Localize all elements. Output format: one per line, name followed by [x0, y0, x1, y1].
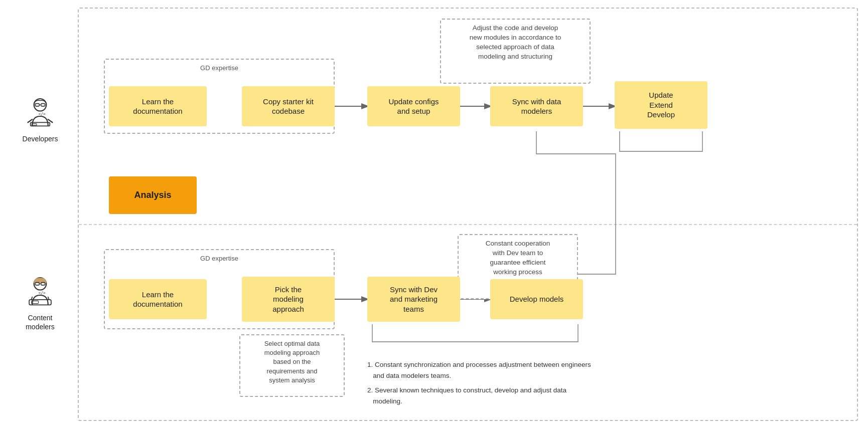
notes-section: 1. Constant synchronization and processe… [367, 359, 718, 406]
svg-rect-9 [41, 283, 45, 285]
lane-divider [79, 224, 857, 225]
dev-learn-box: Learn thedocumentation [109, 86, 207, 126]
role-developers: </> Developers [23, 95, 58, 143]
mod-learn-box: Learn thedocumentation [109, 279, 207, 319]
pick-modeling-annotation: Select optimal datamodeling approachbase… [239, 334, 345, 397]
svg-rect-1 [35, 104, 39, 106]
mod-sync-box: Sync with Devand marketingteams [367, 277, 460, 322]
loop-arrow-svg [615, 129, 707, 159]
mod-develop-text: Develop models [510, 294, 564, 304]
note-2: 2. Several known techniques to construct… [367, 385, 718, 406]
modeler-label: Contentmodelers [26, 313, 55, 331]
dev-update-configs-text: Update configsand setup [388, 97, 439, 116]
mod-develop-box: Develop models [490, 279, 583, 319]
dev-sync-text: Sync with datamodelers [512, 97, 561, 116]
adjust-code-text: Adjust the code and developnew modules i… [470, 24, 561, 60]
dev-extend-box: UpdateExtendDevelop [615, 81, 707, 129]
gd-expertise-dev-label: GD expertise [200, 64, 238, 72]
analysis-text: Analysis [134, 189, 171, 201]
modeler-loop-svg [367, 322, 583, 347]
dev-extend-text: UpdateExtendDevelop [647, 90, 675, 120]
mod-learn-text: Learn thedocumentation [133, 290, 182, 309]
roles-panel: </> Developers [0, 0, 80, 427]
role-modelers: </> Contentmodelers [23, 274, 58, 331]
dev-update-configs-box: Update configsand setup [367, 86, 460, 126]
mod-pick-box: Pick themodelingapproach [242, 277, 335, 322]
analysis-box: Analysis [109, 176, 197, 214]
mod-sync-text: Sync with Devand marketingteams [390, 285, 438, 314]
dev-sync-box: Sync with datamodelers [490, 86, 583, 126]
svg-rect-8 [35, 283, 39, 285]
main-area: GD expertise Adjust the code and develop… [78, 8, 858, 421]
svg-text:</>: </> [39, 291, 46, 296]
developer-icon: </> [23, 95, 58, 130]
modeler-icon: </> [23, 274, 58, 309]
cooperation-text: Constant cooperationwith Dev team toguar… [486, 240, 550, 276]
dev-copy-box: Copy starter kitcodebase [242, 86, 335, 126]
dev-learn-text: Learn thedocumentation [133, 97, 182, 116]
gd-expertise-modeler-label: GD expertise [200, 255, 238, 262]
developer-label: Developers [23, 134, 58, 143]
note-1: 1. Constant synchronization and processe… [367, 359, 718, 381]
dev-copy-text: Copy starter kitcodebase [263, 97, 314, 116]
diagram-container: </> Developers [0, 0, 868, 427]
adjust-code-annotation: Adjust the code and developnew modules i… [440, 19, 591, 84]
pick-modeling-text: Select optimal datamodeling approachbase… [264, 340, 320, 384]
svg-text:</>: </> [38, 112, 45, 117]
svg-rect-2 [41, 104, 45, 106]
mod-pick-text: Pick themodelingapproach [272, 285, 304, 314]
